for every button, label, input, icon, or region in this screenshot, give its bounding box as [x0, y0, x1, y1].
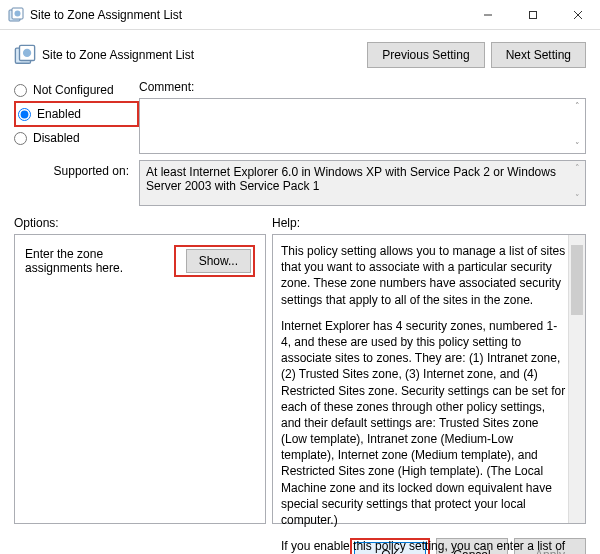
radio-not-configured-input[interactable]	[14, 84, 27, 97]
supported-on-label: Supported on:	[14, 160, 139, 206]
supported-on-text: At least Internet Explorer 6.0 in Window…	[139, 160, 586, 206]
show-button[interactable]: Show...	[186, 249, 251, 273]
options-section-label: Options:	[14, 216, 272, 230]
previous-setting-button[interactable]: Previous Setting	[367, 42, 484, 68]
help-scrollbar[interactable]	[568, 235, 585, 523]
chevron-up-icon: ˄	[571, 163, 583, 173]
help-panel[interactable]: This policy setting allows you to manage…	[272, 234, 586, 524]
radio-not-configured-label: Not Configured	[33, 83, 114, 97]
options-panel: Enter the zone assignments here. Show...	[14, 234, 266, 524]
options-prompt: Enter the zone assignments here.	[25, 247, 174, 275]
help-paragraph: This policy setting allows you to manage…	[281, 243, 567, 308]
chevron-down-icon: ˅	[571, 141, 583, 151]
radio-not-configured[interactable]: Not Configured	[14, 80, 139, 100]
svg-rect-4	[529, 11, 536, 18]
minimize-button[interactable]	[465, 0, 510, 29]
window-title: Site to Zone Assignment List	[30, 8, 465, 22]
radio-enabled-label: Enabled	[37, 107, 81, 121]
dialog-title: Site to Zone Assignment List	[42, 48, 361, 62]
radio-disabled[interactable]: Disabled	[14, 128, 139, 148]
svg-point-2	[15, 10, 21, 16]
scrollbar-thumb[interactable]	[571, 245, 583, 315]
svg-point-9	[23, 49, 31, 57]
supported-on-value: At least Internet Explorer 6.0 in Window…	[146, 165, 556, 193]
comment-textarea[interactable]: ˄˅	[139, 98, 586, 154]
chevron-up-icon: ˄	[571, 101, 583, 111]
radio-enabled-input[interactable]	[18, 108, 31, 121]
help-paragraph: If you enable this policy setting, you c…	[281, 538, 567, 554]
policy-icon	[14, 44, 36, 66]
close-button[interactable]	[555, 0, 600, 29]
radio-enabled[interactable]: Enabled	[18, 104, 135, 124]
comment-label: Comment:	[139, 80, 586, 94]
radio-disabled-label: Disabled	[33, 131, 80, 145]
window-titlebar: Site to Zone Assignment List	[0, 0, 600, 30]
chevron-down-icon: ˅	[571, 193, 583, 203]
state-radio-group: Not Configured Enabled Disabled	[14, 80, 139, 154]
radio-disabled-input[interactable]	[14, 132, 27, 145]
next-setting-button[interactable]: Next Setting	[491, 42, 586, 68]
maximize-button[interactable]	[510, 0, 555, 29]
help-paragraph: Internet Explorer has 4 security zones, …	[281, 318, 567, 528]
dialog-header: Site to Zone Assignment List Previous Se…	[14, 42, 586, 68]
policy-icon	[8, 7, 24, 23]
help-section-label: Help:	[272, 216, 586, 230]
